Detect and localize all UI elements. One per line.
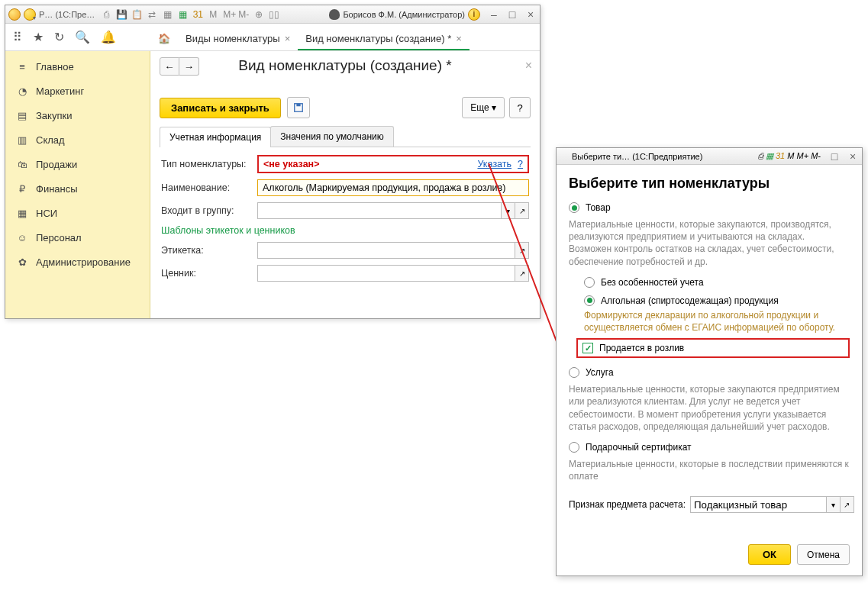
calendar-icon[interactable]: ▦ xyxy=(177,9,188,20)
bag-icon: 🛍 xyxy=(16,158,28,170)
etiketka-combo[interactable]: ↗ xyxy=(257,242,529,259)
sidebar-item-admin[interactable]: ✿Администрирование xyxy=(5,250,150,274)
cert-desc: Материальные ценности, ккоторые в послед… xyxy=(569,458,850,482)
rozliv-checkbox[interactable] xyxy=(582,343,593,353)
ruble-icon: ₽ xyxy=(16,182,28,195)
bell-icon[interactable]: 🔔 xyxy=(101,30,116,44)
cennik-input[interactable] xyxy=(257,265,515,282)
mminus-icon[interactable]: M- xyxy=(811,151,821,160)
radio-alcohol[interactable]: Алгольная (спиртосодежащая) продукция xyxy=(584,295,850,306)
inner-tab-account[interactable]: Учетная информация xyxy=(160,127,271,147)
dialog-title: Выберите ти… (1С:Предприятие) xyxy=(572,152,702,161)
info-icon[interactable]: i xyxy=(468,8,480,21)
search-icon[interactable]: 🔍 xyxy=(75,30,90,44)
close-icon[interactable]: × xyxy=(456,33,462,44)
group-combo[interactable]: ▾ ↗ xyxy=(257,202,529,219)
gear-icon: ✿ xyxy=(16,256,28,268)
zoom-icon[interactable]: ⊕ xyxy=(253,9,264,20)
dialog-title-bar: Выберите ти… (1С:Предприятие) ⎙ ▦ 31 M M… xyxy=(557,148,862,165)
save-button[interactable] xyxy=(287,97,310,118)
close-icon[interactable]: × xyxy=(285,33,291,44)
print-icon[interactable]: ⎙ xyxy=(101,9,111,20)
priznak-combo[interactable]: ▾ ↗ xyxy=(690,496,854,513)
date-icon[interactable]: 31 xyxy=(776,151,785,160)
calc-icon[interactable]: ▦ xyxy=(162,9,173,20)
app-menu-icon[interactable] xyxy=(24,8,36,21)
history-icon[interactable]: ↻ xyxy=(54,30,64,44)
menu-icon: ≡ xyxy=(16,60,28,73)
cennik-combo[interactable]: ↗ xyxy=(257,265,529,282)
maximize-button[interactable]: □ xyxy=(506,8,518,21)
m-icon[interactable]: M xyxy=(208,9,218,20)
mminus-icon[interactable]: M- xyxy=(238,9,249,20)
sidebar-item-purchase[interactable]: ▤Закупки xyxy=(5,103,150,127)
name-input[interactable]: Алкоголь (Маркируемая продукция, продажа… xyxy=(257,179,529,196)
mplus-icon[interactable]: M+ xyxy=(797,151,809,160)
sidebar-item-sales[interactable]: 🛍Продажи xyxy=(5,152,150,176)
sidebar-item-warehouse[interactable]: ▥Склад xyxy=(5,127,150,152)
sidebar-item-marketing[interactable]: ◔Маркетинг xyxy=(5,79,150,103)
star-icon[interactable]: ★ xyxy=(33,30,44,44)
chevron-down-icon: ▾ xyxy=(492,102,496,113)
save-close-button[interactable]: Записать и закрыть xyxy=(160,98,281,118)
ok-button[interactable]: ОК xyxy=(748,544,791,565)
open-icon[interactable]: ↗ xyxy=(515,242,529,259)
chevron-down-icon[interactable]: ▾ xyxy=(827,496,841,513)
usluga-desc: Нематериальные ценности, которые закупаю… xyxy=(569,383,850,433)
type-label: Тип номенклатуры: xyxy=(161,159,253,169)
boxes-icon: ▤ xyxy=(16,109,28,121)
copy-icon[interactable]: 📋 xyxy=(131,9,142,20)
warehouse-icon: ▥ xyxy=(16,134,28,146)
type-help-icon[interactable]: ? xyxy=(518,159,523,169)
save-icon[interactable]: 💾 xyxy=(116,9,127,20)
dialog-close-button[interactable]: × xyxy=(847,150,859,163)
help-button[interactable]: ? xyxy=(509,97,531,118)
print-icon[interactable]: ⎙ xyxy=(758,151,763,160)
inner-tab-defaults[interactable]: Значения по умолчанию xyxy=(270,126,393,147)
radio-no-features[interactable]: Без особенностей учета xyxy=(584,277,850,288)
radio-tovar[interactable]: Товар xyxy=(569,202,850,213)
tab-create[interactable]: Вид номенклатуры (создание) *× xyxy=(298,28,469,50)
titlebar-tools: ⎙ 💾 📋 ⇄ ▦ ▦ 31 M M+ M- ⊕ ▯▯ xyxy=(101,9,279,20)
home-icon: 🏠 xyxy=(158,33,170,44)
priznak-input[interactable] xyxy=(690,496,827,513)
panels-icon[interactable]: ▯▯ xyxy=(269,9,279,20)
apps-icon[interactable]: ⠿ xyxy=(13,30,22,44)
radio-cert[interactable]: Подарочный сертификат xyxy=(569,442,850,453)
templates-section[interactable]: Шаблоны этикеток и ценников xyxy=(161,225,529,236)
radio-usluga[interactable]: Услуга xyxy=(569,367,850,378)
sidebar-item-finance[interactable]: ₽Финансы xyxy=(5,176,150,201)
app-toolbar: ⠿ ★ ↻ 🔍 🔔 🏠 Виды номенклатуры× Вид номен… xyxy=(5,24,540,51)
main-pane: ← → Вид номенклатуры (создание) * × Запи… xyxy=(150,51,540,318)
sidebar-item-nsi[interactable]: ▦НСИ xyxy=(5,201,150,225)
more-button[interactable]: Еще ▾ xyxy=(462,97,505,118)
calendar-icon[interactable]: ▦ xyxy=(766,151,773,160)
user-name: Борисов Ф.М. (Администратор) xyxy=(343,10,465,19)
group-input[interactable] xyxy=(257,202,502,219)
minimize-button[interactable]: – xyxy=(488,8,500,21)
m-icon[interactable]: M xyxy=(787,151,794,160)
page-close-icon[interactable]: × xyxy=(525,59,532,73)
open-icon[interactable]: ↗ xyxy=(515,265,529,282)
tab-home[interactable]: 🏠 xyxy=(150,28,178,50)
grid-icon: ▦ xyxy=(16,207,28,219)
name-label: Наименование: xyxy=(161,182,253,193)
dialog-heading: Выберите тип номенклатуры xyxy=(569,176,850,192)
user-badge[interactable]: Борисов Ф.М. (Администратор) xyxy=(329,9,465,20)
radio-icon xyxy=(584,295,595,306)
svg-rect-1 xyxy=(296,104,300,107)
type-specify-link[interactable]: Указать ? xyxy=(477,159,523,169)
etiketka-input[interactable] xyxy=(257,242,515,259)
chevron-down-icon[interactable]: ▾ xyxy=(502,202,515,219)
tab-types[interactable]: Виды номенклатуры× xyxy=(178,28,298,50)
sidebar-item-main[interactable]: ≡Главное xyxy=(5,54,150,79)
open-icon[interactable]: ↗ xyxy=(515,202,529,219)
open-icon[interactable]: ↗ xyxy=(841,496,854,513)
date-icon[interactable]: 31 xyxy=(192,9,203,20)
cancel-button[interactable]: Отмена xyxy=(797,544,850,565)
compare-icon[interactable]: ⇄ xyxy=(147,9,157,20)
close-button[interactable]: × xyxy=(524,8,537,21)
dialog-maximize-button[interactable]: □ xyxy=(828,150,841,163)
mplus-icon[interactable]: M+ xyxy=(223,9,234,20)
sidebar-item-personnel[interactable]: ☺Персонал xyxy=(5,225,150,250)
